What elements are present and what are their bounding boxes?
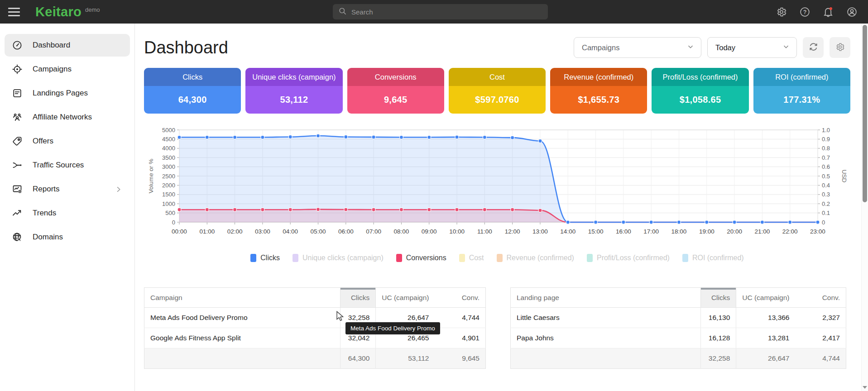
sidebar-item-trends[interactable]: Trends — [5, 202, 130, 224]
sidebar-item-reports[interactable]: Reports — [5, 178, 130, 200]
sidebar-item-dashboard[interactable]: Dashboard — [5, 34, 130, 57]
row-name-cell[interactable]: Google Ads Fitness App Split — [144, 328, 340, 348]
date-range-select[interactable]: Today — [707, 37, 797, 58]
scrollbar-track[interactable] — [861, 24, 868, 391]
legend-label: Profit/Loss (confirmed) — [597, 254, 670, 262]
sidebar-item-label: Landings Pages — [33, 89, 88, 98]
column-header-clicks[interactable]: Clicks — [340, 288, 376, 308]
total-cell: 26,647 — [736, 348, 796, 369]
column-header-clicks[interactable]: Clicks — [701, 288, 736, 308]
brand-logo[interactable]: Keitaro — [35, 5, 82, 19]
stat-card-label: Unique clicks (campaign) — [245, 68, 342, 86]
legend-item-cost[interactable]: Cost — [459, 254, 484, 262]
traffic-chart-svg: 005000.110000.215000.320000.425000.53000… — [144, 125, 850, 239]
scrollbar-thumb[interactable] — [863, 25, 867, 202]
chart-legend: ClicksUnique clicks (campaign)Conversion… — [144, 254, 850, 262]
row-name-cell[interactable]: Papa Johns — [511, 328, 701, 348]
menu-toggle-button[interactable] — [8, 5, 24, 19]
dashboard-gauge-icon — [12, 40, 23, 51]
stat-card-label: Conversions — [347, 68, 444, 86]
svg-text:0.8: 0.8 — [822, 145, 830, 152]
legend-item-roi-confirmed[interactable]: ROI (confirmed) — [682, 254, 744, 262]
row-value-cell: 4,744 — [435, 308, 486, 328]
svg-text:0.2: 0.2 — [822, 200, 830, 207]
svg-text:15:00: 15:00 — [588, 228, 604, 235]
sidebar-item-offers[interactable]: sOffers — [5, 130, 130, 153]
column-header-conv[interactable]: Conv. — [435, 288, 486, 308]
stat-card-value: $597.0760 — [449, 86, 546, 114]
landings-pages-icon — [12, 88, 23, 99]
row-value-cell: 16,128 — [701, 328, 736, 348]
chevron-down-icon — [686, 43, 695, 52]
svg-text:3000: 3000 — [162, 163, 175, 170]
svg-text:10:00: 10:00 — [449, 228, 465, 235]
group-filter-value: Campaigns — [582, 43, 619, 52]
table-row[interactable]: Papa Johns16,12813,2812,417 — [511, 328, 846, 348]
reports-icon — [12, 184, 23, 195]
search-box[interactable] — [333, 4, 548, 19]
environment-badge: demo — [85, 6, 100, 13]
svg-text:20:00: 20:00 — [727, 228, 742, 235]
topbar-actions: ? — [775, 0, 858, 24]
column-header-conv[interactable]: Conv. — [796, 288, 846, 308]
settings-icon[interactable] — [775, 5, 787, 18]
notifications-icon[interactable] — [822, 5, 834, 18]
row-value-cell: 4,901 — [435, 328, 486, 348]
main-content: Dashboard Campaigns Today — [135, 24, 868, 391]
legend-item-profit-loss-confirmed[interactable]: Profit/Loss (confirmed) — [587, 254, 670, 262]
stat-cards-row: Clicks64,300Unique clicks (campaign)53,1… — [144, 68, 850, 114]
legend-item-conversions[interactable]: Conversions — [396, 254, 446, 262]
svg-text:11:00: 11:00 — [477, 228, 492, 235]
column-header-campaign[interactable]: Campaign — [144, 288, 340, 308]
stat-card-label: ROI (confirmed) — [753, 68, 850, 86]
legend-item-clicks[interactable]: Clicks — [250, 254, 280, 262]
svg-text:18:00: 18:00 — [671, 228, 687, 235]
sidebar-item-domains[interactable]: Domains — [5, 226, 130, 248]
svg-text:04:00: 04:00 — [283, 228, 298, 235]
stat-card-label: Cost — [449, 68, 546, 86]
help-icon[interactable]: ? — [798, 5, 811, 18]
legend-swatch — [497, 254, 503, 262]
table-row[interactable]: Little Caesars16,13013,3662,327 — [511, 308, 846, 328]
mouse-cursor — [336, 311, 345, 323]
campaigns-target-icon — [12, 64, 23, 75]
column-header-uc-campaign[interactable]: UC (campaign) — [376, 288, 435, 308]
stat-card-value: 64,300 — [144, 86, 241, 114]
svg-text:USD: USD — [841, 170, 848, 183]
group-filter-select[interactable]: Campaigns — [574, 37, 701, 58]
svg-text:0.6: 0.6 — [822, 163, 830, 170]
legend-item-unique-clicks-campaign[interactable]: Unique clicks (campaign) — [293, 254, 384, 262]
legend-label: Revenue (confirmed) — [507, 254, 574, 262]
legend-item-revenue-confirmed[interactable]: Revenue (confirmed) — [497, 254, 574, 262]
svg-text:0.1: 0.1 — [822, 210, 830, 216]
domains-globe-icon — [12, 232, 23, 243]
svg-text:12:00: 12:00 — [505, 228, 520, 235]
sidebar-item-affiliate-networks[interactable]: Affiliate Networks — [5, 106, 130, 129]
stat-card-label: Clicks — [144, 68, 241, 86]
account-icon[interactable] — [845, 5, 858, 18]
traffic-sources-icon — [12, 160, 23, 171]
svg-text:Volume or %: Volume or % — [148, 159, 154, 194]
stat-card-value: 53,112 — [245, 86, 342, 114]
svg-text:500: 500 — [165, 210, 175, 216]
row-name-cell[interactable]: Little Caesars — [511, 308, 701, 328]
dashboard-settings-button[interactable] — [830, 37, 850, 58]
sidebar-item-campaigns[interactable]: Campaigns — [5, 58, 130, 81]
svg-text:05:00: 05:00 — [311, 228, 326, 235]
sidebar-item-landings-pages[interactable]: Landings Pages — [5, 82, 130, 105]
svg-text:17:00: 17:00 — [643, 228, 659, 235]
sidebar-item-label: Campaigns — [33, 65, 72, 74]
legend-swatch — [587, 254, 593, 262]
legend-swatch — [293, 254, 298, 262]
search-icon — [338, 7, 347, 17]
sidebar-item-traffic-sources[interactable]: Traffic Sources — [5, 154, 130, 176]
scroll-down-arrow[interactable] — [863, 386, 867, 389]
row-name-cell[interactable]: Meta Ads Food Delivery Promo — [144, 308, 340, 328]
refresh-button[interactable] — [803, 37, 824, 58]
total-cell — [144, 348, 340, 369]
search-input[interactable] — [351, 8, 542, 16]
column-header-uc-campaign[interactable]: UC (campaign) — [736, 288, 796, 308]
column-header-landing-page[interactable]: Landing page — [511, 288, 701, 308]
sidebar-item-label: Trends — [33, 209, 56, 218]
stat-card-profit-loss-confirmed: Profit/Loss (confirmed)$1,058.65 — [652, 68, 748, 114]
